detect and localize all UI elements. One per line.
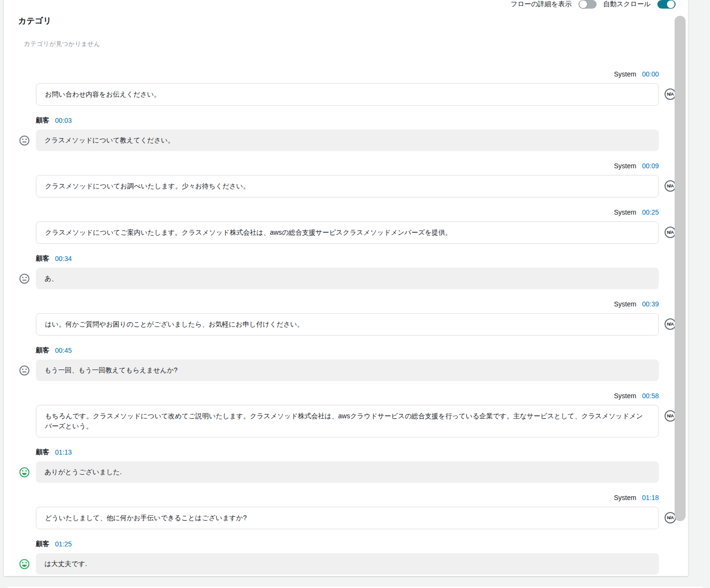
message-text: クラスメソッドについてご案内いたします。クラスメソッド株式会社は、awsの総合支…: [45, 229, 452, 236]
autoscroll-toggle[interactable]: [657, 0, 676, 9]
message-text: は大丈夫です.: [44, 560, 87, 567]
message-text: もちろんです。クラスメソッドについて改めてご説明いたします。クラスメソッド株式会…: [45, 412, 643, 430]
message-bubble: お問い合わせ内容をお伝えください。: [36, 83, 659, 106]
bubble-wrap: は大丈夫です.: [36, 553, 659, 575]
timestamp[interactable]: 00:03: [55, 117, 72, 124]
message-bubble: あ、: [36, 268, 659, 289]
message-meta: System 00:39: [36, 299, 659, 309]
message-bubble: クラスメソッドについてご案内いたします。クラスメソッド株式会社は、awsの総合支…: [36, 221, 659, 244]
transcript-message-system: System 00:00 お問い合わせ内容をお伝えください。 N/A: [36, 69, 659, 106]
transcript-message-system: System 00:09 クラスメソッドについてお調べいたします。少々お待ちくだ…: [36, 161, 659, 197]
speaker-label: System: [614, 70, 636, 78]
message-text: もう一回、もう一回教えてもらえませんか?: [44, 366, 178, 374]
timestamp[interactable]: 01:25: [55, 540, 72, 548]
flow-details-toggle[interactable]: [578, 0, 597, 9]
categories-empty-message: カテゴリが見つかりません: [24, 40, 688, 48]
categories-title: カテゴリ: [18, 15, 688, 26]
speaker-label: System: [614, 494, 636, 501]
toggle-knob: [667, 0, 675, 8]
message-bubble: は大丈夫です.: [36, 553, 659, 575]
transcript-message-customer: 顧客 01:13 ありがとうございました.: [36, 447, 659, 483]
message-meta: 顧客 00:45: [36, 346, 659, 355]
transcript-message-customer: 顧客 00:45 もう一回、もう一回教えてもらえませんか?: [36, 346, 659, 381]
message-text: どういたしまして、他に何かお手伝いできることはございますか?: [45, 514, 247, 522]
transcript-message-system: System 00:39 はい。何かご質問やお困りのことがございましたら、お気軽…: [36, 299, 659, 336]
message-text: クラスメソッドについて教えてください。: [44, 136, 175, 144]
transcript-toolbar: フローの詳細を表示 自動スクロール: [510, 0, 676, 9]
timestamp[interactable]: 00:25: [642, 208, 659, 216]
scrollbar-thumb[interactable]: [675, 16, 686, 521]
message-meta: 顧客 01:25: [36, 539, 659, 549]
speaker-label: 顧客: [36, 254, 49, 263]
bubble-wrap: もちろんです。クラスメソッドについて改めてご説明いたします。クラスメソッド株式会…: [36, 405, 659, 437]
message-meta: System 00:00: [36, 69, 659, 79]
bubble-wrap: ありがとうございました.: [36, 461, 659, 483]
toggle-knob: [579, 0, 587, 8]
timestamp[interactable]: 00:58: [642, 392, 659, 400]
message-text: はい。何かご質問やお困りのことがございましたら、お気軽にお申し付けください。: [45, 320, 304, 328]
message-text: ありがとうございました.: [44, 468, 122, 476]
timestamp[interactable]: 01:18: [642, 494, 659, 501]
speaker-label: System: [614, 162, 636, 170]
message-meta: System 00:25: [36, 207, 659, 217]
timestamp[interactable]: 01:13: [55, 448, 72, 456]
timestamp[interactable]: 00:45: [55, 347, 72, 354]
message-bubble: クラスメソッドについて教えてください。: [36, 130, 659, 151]
message-bubble: どういたしまして、他に何かお手伝いできることはございますか?: [36, 507, 659, 529]
speaker-label: 顧客: [36, 116, 49, 125]
timestamp[interactable]: 00:09: [642, 162, 659, 170]
bubble-wrap: お問い合わせ内容をお伝えください。 N/A: [36, 83, 659, 106]
neutral-sentiment-icon: [19, 365, 30, 376]
message-text: クラスメソッドについてお調べいたします。少々お待ちください。: [45, 182, 250, 190]
transcript-message-customer: 顧客 01:25 は大丈夫です.: [36, 539, 659, 575]
transcript-panel: フローの詳細を表示 自動スクロール カテゴリ カテゴリが見つかりません Syst…: [4, 0, 688, 576]
timestamp[interactable]: 00:00: [642, 70, 659, 78]
neutral-sentiment-icon: [19, 135, 30, 146]
message-meta: System 00:09: [36, 161, 659, 171]
bubble-wrap: はい。何かご質問やお困りのことがございましたら、お気軽にお申し付けください。 N…: [36, 313, 659, 336]
bubble-wrap: クラスメソッドについて教えてください。: [36, 130, 659, 151]
flow-details-toggle-label: フローの詳細を表示: [510, 0, 571, 9]
bubble-wrap: あ、: [36, 268, 659, 289]
transcript-message-system: System 00:25 クラスメソッドについてご案内いたします。クラスメソッド…: [36, 207, 659, 244]
bubble-wrap: クラスメソッドについてご案内いたします。クラスメソッド株式会社は、awsの総合支…: [36, 221, 659, 244]
speaker-label: System: [614, 208, 636, 216]
transcript-list: System 00:00 お問い合わせ内容をお伝えください。 N/A 顧客 00…: [36, 69, 659, 575]
speaker-label: 顧客: [36, 346, 49, 355]
timestamp[interactable]: 00:39: [642, 300, 659, 308]
message-meta: System 00:58: [36, 391, 659, 401]
speaker-label: 顧客: [36, 540, 49, 548]
message-text: お問い合わせ内容をお伝えください。: [45, 90, 161, 98]
message-bubble: クラスメソッドについてお調べいたします。少々お待ちください。: [36, 175, 659, 197]
message-bubble: もう一回、もう一回教えてもらえませんか?: [36, 359, 659, 381]
transcript-message-system: System 01:18 どういたしまして、他に何かお手伝いできることはございま…: [36, 493, 659, 529]
message-meta: 顧客 00:34: [36, 254, 659, 263]
message-meta: 顧客 01:13: [36, 447, 659, 457]
speaker-label: System: [614, 300, 636, 308]
message-meta: System 01:18: [36, 493, 659, 502]
positive-sentiment-icon: [19, 559, 30, 569]
message-text: あ、: [44, 274, 58, 282]
bubble-wrap: クラスメソッドについてお調べいたします。少々お待ちください。 N/A: [36, 175, 659, 197]
timestamp[interactable]: 00:34: [55, 255, 72, 262]
speaker-label: System: [614, 392, 636, 400]
message-bubble: ありがとうございました.: [36, 461, 659, 483]
transcript-message-system: System 00:58 もちろんです。クラスメソッドについて改めてご説明いたし…: [36, 391, 659, 437]
bubble-wrap: どういたしまして、他に何かお手伝いできることはございますか? N/A: [36, 507, 659, 529]
autoscroll-toggle-label: 自動スクロール: [603, 0, 651, 9]
neutral-sentiment-icon: [19, 273, 30, 284]
bubble-wrap: もう一回、もう一回教えてもらえませんか?: [36, 359, 659, 381]
message-meta: 顧客 00:03: [36, 116, 659, 125]
positive-sentiment-icon: [19, 467, 30, 478]
transcript-message-customer: 顧客 00:03 クラスメソッドについて教えてください。: [36, 116, 659, 151]
message-bubble: はい。何かご質問やお困りのことがございましたら、お気軽にお申し付けください。: [36, 313, 659, 336]
message-bubble: もちろんです。クラスメソッドについて改めてご説明いたします。クラスメソッド株式会…: [36, 405, 659, 437]
speaker-label: 顧客: [36, 448, 49, 457]
transcript-message-customer: 顧客 00:34 あ、: [36, 254, 659, 289]
